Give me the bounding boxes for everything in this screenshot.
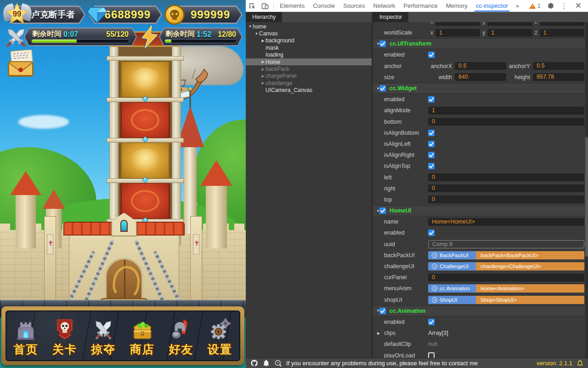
more-options-icon[interactable]: ⋮: [558, 2, 571, 10]
inspect-element-icon[interactable]: [246, 0, 259, 12]
field-input[interactable]: 0.5: [533, 62, 584, 70]
tree-collapse-icon[interactable]: ▼: [248, 24, 253, 29]
scrollbar-thumb[interactable]: [585, 137, 588, 257]
menu-item-首页[interactable]: 首页: [8, 317, 44, 355]
value-input[interactable]: Home<HomeUI>: [428, 218, 584, 226]
axis-input[interactable]: [540, 22, 584, 26]
hierarchy-tab[interactable]: Hierarchy: [246, 12, 282, 22]
tree-node-Canvas[interactable]: ▼Canvas: [246, 30, 372, 37]
checkbox-isAlignBottom[interactable]: [428, 130, 435, 136]
value-input[interactable]: 0: [428, 196, 584, 203]
expand-arrow-icon[interactable]: ▶: [377, 331, 380, 335]
notification-bell-icon[interactable]: [577, 360, 583, 367]
tree-node-chanllenge[interactable]: ▶chanllenge: [246, 80, 372, 86]
collapse-arrow-icon[interactable]: ▼: [373, 86, 379, 91]
settings-gear-icon[interactable]: [544, 0, 557, 12]
value-input[interactable]: 0: [428, 184, 584, 192]
ref-target-value[interactable]: backPack<BackPackUI>: [476, 251, 584, 259]
tab-Memory[interactable]: Memory: [442, 0, 472, 12]
menu-item-好友[interactable]: 好友: [163, 317, 199, 355]
tree-node-loading[interactable]: loading: [246, 52, 372, 58]
ref-type-button[interactable]: ?ShopUI: [428, 296, 476, 304]
checkbox-enabled[interactable]: [428, 96, 435, 103]
tower-roof: [42, 190, 65, 209]
tab-Console[interactable]: Console: [309, 0, 339, 12]
ref-type-button[interactable]: ?BackPackUI: [428, 251, 476, 259]
collapse-arrow-icon[interactable]: ▼: [373, 309, 379, 313]
checkbox-enabled[interactable]: [428, 319, 435, 325]
mail-icon[interactable]: [6, 50, 37, 78]
checkbox-enabled[interactable]: [428, 230, 435, 236]
axis-input[interactable]: 1: [487, 29, 532, 37]
value-input[interactable]: 0: [428, 173, 584, 181]
device-toolbar-icon[interactable]: [259, 0, 271, 12]
tree-node-backPack[interactable]: ▶backPack: [246, 65, 372, 72]
menu-item-设置[interactable]: 设置: [202, 317, 238, 355]
tree-expand-icon[interactable]: ▶: [260, 81, 266, 85]
property-field: 0: [428, 184, 588, 192]
field-input[interactable]: 957.78: [533, 73, 584, 81]
component-header-HomeUI: ▼HomeUI: [373, 205, 588, 216]
tree-node-Home[interactable]: ▶Home: [246, 58, 372, 65]
tree-node-chargePanel[interactable]: ▶chargePanel: [246, 73, 372, 80]
value-input[interactable]: 0: [428, 118, 584, 126]
github-icon[interactable]: [250, 359, 258, 367]
ref-target-value[interactable]: Shop<ShopUI>: [476, 296, 584, 304]
help-chat-icon[interactable]: ?: [274, 359, 282, 367]
tab-Performance[interactable]: Performance: [399, 0, 441, 12]
ref-type-button[interactable]: ?ChallengeUI: [428, 262, 476, 270]
component-enabled-checkbox[interactable]: [379, 207, 386, 214]
warning-badge[interactable]: 1: [526, 3, 543, 9]
tree-expand-icon[interactable]: ▶: [260, 67, 266, 71]
tree-collapse-icon[interactable]: ▼: [254, 32, 259, 36]
property-row-right: right0: [373, 183, 588, 194]
field-input[interactable]: 640: [455, 73, 506, 81]
checkbox-isAlignLeft[interactable]: [428, 141, 435, 147]
tab-Network[interactable]: Network: [369, 0, 400, 12]
ref-target-value[interactable]: Home<Animation>: [476, 284, 584, 293]
component-enabled-checkbox[interactable]: [379, 40, 386, 47]
menu-item-关卡[interactable]: 关卡: [47, 317, 83, 355]
tree-expand-icon[interactable]: ▶: [260, 39, 266, 43]
checkbox-isAlignTop[interactable]: [428, 163, 435, 169]
checkbox-playOnLoad[interactable]: [428, 352, 435, 358]
uuid-input[interactable]: Comp.9: [428, 240, 584, 248]
axis-input[interactable]: 1: [435, 29, 480, 37]
collapse-arrow-icon[interactable]: ▼: [373, 42, 379, 46]
axis-input[interactable]: [487, 22, 532, 26]
tree-node-mask[interactable]: mask: [246, 44, 372, 51]
level-badge[interactable]: 99: [6, 3, 28, 26]
tree-expand-icon[interactable]: ▶: [260, 74, 266, 78]
value-input[interactable]: 1: [428, 107, 584, 115]
more-tabs-chevron[interactable]: »: [512, 2, 523, 9]
devtools-toolbar: ElementsConsoleSourcesNetworkPerformance…: [246, 0, 588, 12]
collapse-arrow-icon[interactable]: ▼: [373, 209, 379, 213]
timer-progress-track: [164, 39, 237, 43]
axis-input[interactable]: [435, 22, 480, 26]
menu-item-商店[interactable]: 商店: [124, 317, 160, 355]
property-row-menuAnim: menuAnim?cc.AnimationHome<Animation>: [373, 283, 588, 294]
tab-Elements[interactable]: Elements: [276, 0, 309, 12]
field-input[interactable]: 0.5: [455, 62, 506, 70]
component-enabled-checkbox[interactable]: [379, 85, 386, 92]
inspector-tab[interactable]: Inspector: [373, 12, 408, 22]
axis-label: z: [532, 22, 540, 25]
tree-node-UICamera_Canvas[interactable]: UICamera_Canvas: [246, 87, 372, 94]
close-devtools-icon[interactable]: ✕: [571, 1, 585, 11]
menu-item-掠夺[interactable]: 掠夺: [85, 317, 121, 355]
tree-node-home[interactable]: ▼home: [246, 23, 372, 30]
bell-icon[interactable]: [262, 359, 270, 367]
axis-input[interactable]: 1: [540, 29, 584, 37]
inspector-scrollbar[interactable]: [585, 22, 588, 358]
component-enabled-checkbox[interactable]: [379, 308, 386, 314]
component-header-cc.Animation: ▼cc.Animation: [373, 305, 588, 316]
tree-expand-icon[interactable]: ▶: [260, 60, 266, 64]
checkbox-enabled[interactable]: [428, 52, 435, 58]
checkbox-isAlignRight[interactable]: [428, 152, 435, 158]
tree-node-background[interactable]: ▶background: [246, 37, 372, 44]
value-input[interactable]: 0: [428, 274, 584, 282]
tab-cc-inspector[interactable]: cc-inspector: [472, 0, 512, 12]
tab-Sources[interactable]: Sources: [339, 0, 369, 12]
ref-type-button[interactable]: ?cc.Animation: [428, 284, 476, 293]
ref-target-value[interactable]: chanllenge<ChallengeUI>: [476, 262, 584, 270]
